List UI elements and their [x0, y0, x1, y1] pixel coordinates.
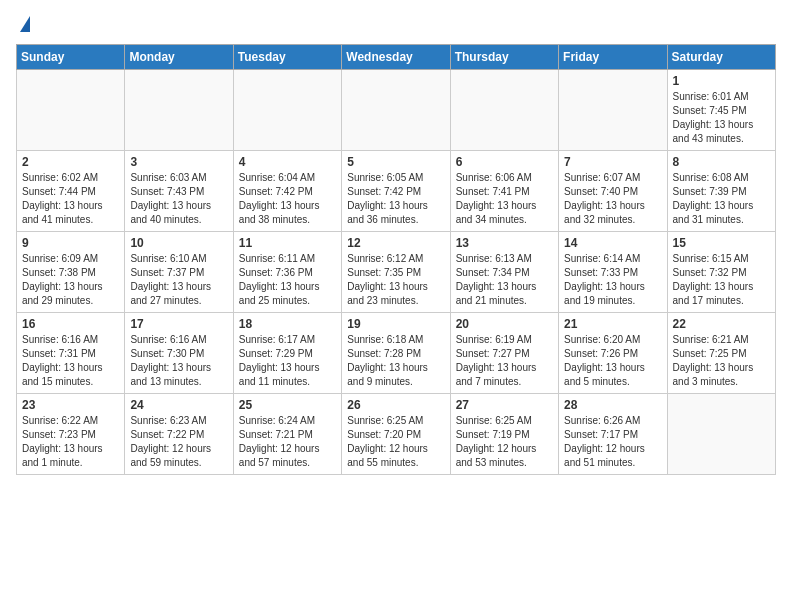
calendar-cell: 12Sunrise: 6:12 AM Sunset: 7:35 PM Dayli… [342, 232, 450, 313]
calendar-cell: 19Sunrise: 6:18 AM Sunset: 7:28 PM Dayli… [342, 313, 450, 394]
day-info: Sunrise: 6:25 AM Sunset: 7:19 PM Dayligh… [456, 414, 553, 470]
day-number: 10 [130, 236, 227, 250]
calendar-cell [450, 70, 558, 151]
day-info: Sunrise: 6:24 AM Sunset: 7:21 PM Dayligh… [239, 414, 336, 470]
calendar-table: SundayMondayTuesdayWednesdayThursdayFrid… [16, 44, 776, 475]
calendar-cell: 20Sunrise: 6:19 AM Sunset: 7:27 PM Dayli… [450, 313, 558, 394]
calendar-cell: 5Sunrise: 6:05 AM Sunset: 7:42 PM Daylig… [342, 151, 450, 232]
calendar-week-2: 2Sunrise: 6:02 AM Sunset: 7:44 PM Daylig… [17, 151, 776, 232]
calendar-cell [233, 70, 341, 151]
day-number: 3 [130, 155, 227, 169]
weekday-header-wednesday: Wednesday [342, 45, 450, 70]
day-number: 17 [130, 317, 227, 331]
day-number: 5 [347, 155, 444, 169]
day-info: Sunrise: 6:26 AM Sunset: 7:17 PM Dayligh… [564, 414, 661, 470]
weekday-header-sunday: Sunday [17, 45, 125, 70]
calendar-cell: 18Sunrise: 6:17 AM Sunset: 7:29 PM Dayli… [233, 313, 341, 394]
day-number: 19 [347, 317, 444, 331]
day-info: Sunrise: 6:14 AM Sunset: 7:33 PM Dayligh… [564, 252, 661, 308]
logo-triangle-icon [20, 16, 30, 32]
calendar-cell: 2Sunrise: 6:02 AM Sunset: 7:44 PM Daylig… [17, 151, 125, 232]
day-info: Sunrise: 6:01 AM Sunset: 7:45 PM Dayligh… [673, 90, 770, 146]
day-info: Sunrise: 6:02 AM Sunset: 7:44 PM Dayligh… [22, 171, 119, 227]
day-number: 24 [130, 398, 227, 412]
day-number: 13 [456, 236, 553, 250]
calendar-cell [17, 70, 125, 151]
day-number: 18 [239, 317, 336, 331]
day-number: 9 [22, 236, 119, 250]
day-info: Sunrise: 6:09 AM Sunset: 7:38 PM Dayligh… [22, 252, 119, 308]
calendar-cell: 1Sunrise: 6:01 AM Sunset: 7:45 PM Daylig… [667, 70, 775, 151]
day-number: 21 [564, 317, 661, 331]
calendar-week-5: 23Sunrise: 6:22 AM Sunset: 7:23 PM Dayli… [17, 394, 776, 475]
day-info: Sunrise: 6:05 AM Sunset: 7:42 PM Dayligh… [347, 171, 444, 227]
calendar-cell: 16Sunrise: 6:16 AM Sunset: 7:31 PM Dayli… [17, 313, 125, 394]
day-number: 20 [456, 317, 553, 331]
day-info: Sunrise: 6:03 AM Sunset: 7:43 PM Dayligh… [130, 171, 227, 227]
calendar-cell: 14Sunrise: 6:14 AM Sunset: 7:33 PM Dayli… [559, 232, 667, 313]
calendar-cell: 24Sunrise: 6:23 AM Sunset: 7:22 PM Dayli… [125, 394, 233, 475]
day-number: 28 [564, 398, 661, 412]
calendar-body: 1Sunrise: 6:01 AM Sunset: 7:45 PM Daylig… [17, 70, 776, 475]
day-info: Sunrise: 6:11 AM Sunset: 7:36 PM Dayligh… [239, 252, 336, 308]
day-number: 1 [673, 74, 770, 88]
day-number: 22 [673, 317, 770, 331]
calendar-cell: 17Sunrise: 6:16 AM Sunset: 7:30 PM Dayli… [125, 313, 233, 394]
day-number: 25 [239, 398, 336, 412]
calendar-week-1: 1Sunrise: 6:01 AM Sunset: 7:45 PM Daylig… [17, 70, 776, 151]
weekday-header-tuesday: Tuesday [233, 45, 341, 70]
logo [16, 16, 30, 32]
calendar-cell: 25Sunrise: 6:24 AM Sunset: 7:21 PM Dayli… [233, 394, 341, 475]
day-info: Sunrise: 6:13 AM Sunset: 7:34 PM Dayligh… [456, 252, 553, 308]
day-number: 23 [22, 398, 119, 412]
calendar-cell: 13Sunrise: 6:13 AM Sunset: 7:34 PM Dayli… [450, 232, 558, 313]
calendar-cell: 11Sunrise: 6:11 AM Sunset: 7:36 PM Dayli… [233, 232, 341, 313]
calendar-cell: 26Sunrise: 6:25 AM Sunset: 7:20 PM Dayli… [342, 394, 450, 475]
page-header [16, 16, 776, 32]
day-info: Sunrise: 6:18 AM Sunset: 7:28 PM Dayligh… [347, 333, 444, 389]
day-number: 26 [347, 398, 444, 412]
day-number: 27 [456, 398, 553, 412]
calendar-cell: 8Sunrise: 6:08 AM Sunset: 7:39 PM Daylig… [667, 151, 775, 232]
day-number: 2 [22, 155, 119, 169]
day-info: Sunrise: 6:21 AM Sunset: 7:25 PM Dayligh… [673, 333, 770, 389]
calendar-cell [667, 394, 775, 475]
day-number: 7 [564, 155, 661, 169]
day-info: Sunrise: 6:22 AM Sunset: 7:23 PM Dayligh… [22, 414, 119, 470]
day-number: 16 [22, 317, 119, 331]
weekday-header-monday: Monday [125, 45, 233, 70]
day-info: Sunrise: 6:10 AM Sunset: 7:37 PM Dayligh… [130, 252, 227, 308]
calendar-cell: 27Sunrise: 6:25 AM Sunset: 7:19 PM Dayli… [450, 394, 558, 475]
day-info: Sunrise: 6:06 AM Sunset: 7:41 PM Dayligh… [456, 171, 553, 227]
calendar-week-3: 9Sunrise: 6:09 AM Sunset: 7:38 PM Daylig… [17, 232, 776, 313]
day-number: 15 [673, 236, 770, 250]
calendar-cell: 21Sunrise: 6:20 AM Sunset: 7:26 PM Dayli… [559, 313, 667, 394]
day-info: Sunrise: 6:12 AM Sunset: 7:35 PM Dayligh… [347, 252, 444, 308]
calendar-cell [125, 70, 233, 151]
day-number: 8 [673, 155, 770, 169]
day-number: 6 [456, 155, 553, 169]
day-info: Sunrise: 6:17 AM Sunset: 7:29 PM Dayligh… [239, 333, 336, 389]
day-number: 14 [564, 236, 661, 250]
calendar-cell: 6Sunrise: 6:06 AM Sunset: 7:41 PM Daylig… [450, 151, 558, 232]
calendar-cell: 23Sunrise: 6:22 AM Sunset: 7:23 PM Dayli… [17, 394, 125, 475]
day-info: Sunrise: 6:16 AM Sunset: 7:30 PM Dayligh… [130, 333, 227, 389]
calendar-cell: 28Sunrise: 6:26 AM Sunset: 7:17 PM Dayli… [559, 394, 667, 475]
day-info: Sunrise: 6:15 AM Sunset: 7:32 PM Dayligh… [673, 252, 770, 308]
calendar-cell: 10Sunrise: 6:10 AM Sunset: 7:37 PM Dayli… [125, 232, 233, 313]
day-number: 11 [239, 236, 336, 250]
calendar-cell: 4Sunrise: 6:04 AM Sunset: 7:42 PM Daylig… [233, 151, 341, 232]
weekday-header-saturday: Saturday [667, 45, 775, 70]
day-info: Sunrise: 6:16 AM Sunset: 7:31 PM Dayligh… [22, 333, 119, 389]
day-number: 12 [347, 236, 444, 250]
calendar-cell: 3Sunrise: 6:03 AM Sunset: 7:43 PM Daylig… [125, 151, 233, 232]
day-info: Sunrise: 6:04 AM Sunset: 7:42 PM Dayligh… [239, 171, 336, 227]
calendar-cell: 22Sunrise: 6:21 AM Sunset: 7:25 PM Dayli… [667, 313, 775, 394]
day-info: Sunrise: 6:23 AM Sunset: 7:22 PM Dayligh… [130, 414, 227, 470]
day-info: Sunrise: 6:19 AM Sunset: 7:27 PM Dayligh… [456, 333, 553, 389]
calendar-cell: 9Sunrise: 6:09 AM Sunset: 7:38 PM Daylig… [17, 232, 125, 313]
calendar-cell: 7Sunrise: 6:07 AM Sunset: 7:40 PM Daylig… [559, 151, 667, 232]
day-info: Sunrise: 6:20 AM Sunset: 7:26 PM Dayligh… [564, 333, 661, 389]
calendar-cell [342, 70, 450, 151]
weekday-header-thursday: Thursday [450, 45, 558, 70]
